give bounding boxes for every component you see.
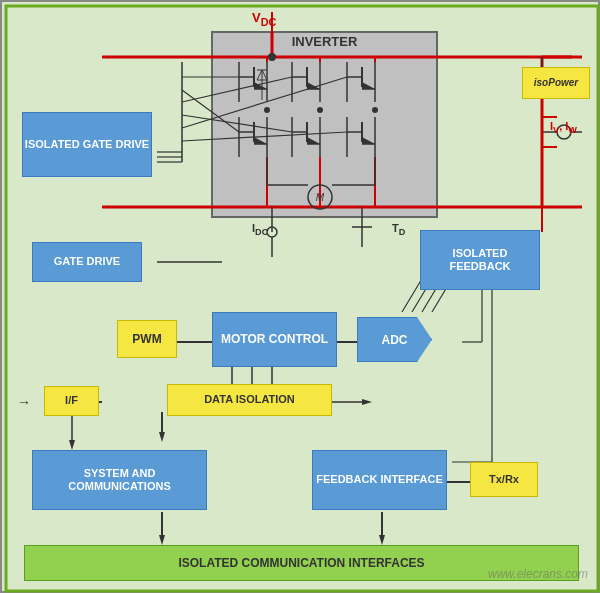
motor-control-block: MOTOR CONTROL	[212, 312, 337, 367]
idc-label: IDC	[252, 222, 268, 237]
svg-marker-111	[379, 535, 385, 545]
svg-marker-105	[69, 440, 75, 450]
svg-point-51	[264, 107, 270, 113]
adc-block: ADC	[357, 317, 432, 362]
diagram-container: M	[0, 0, 600, 593]
svg-marker-36	[362, 82, 375, 89]
inverter-label: INVERTER	[212, 34, 437, 49]
iv-iw-label: IV, IW	[550, 120, 577, 135]
gate-drive-block: GATE DRIVE	[32, 242, 142, 282]
svg-rect-1	[212, 32, 437, 217]
svg-marker-24	[307, 82, 320, 89]
isolated-feedback-block: ISOLATED FEEDBACK	[420, 230, 540, 290]
isolated-gate-drive-block: ISOLATED GATE DRIVE	[22, 112, 152, 177]
svg-point-52	[317, 107, 323, 113]
svg-marker-109	[159, 535, 165, 545]
pwm-block: PWM	[117, 320, 177, 358]
svg-line-63	[182, 77, 292, 102]
svg-text:M: M	[316, 192, 325, 203]
if-block: I/F	[44, 386, 99, 416]
svg-marker-30	[307, 137, 320, 144]
td-label: TD	[392, 222, 405, 237]
svg-line-65	[182, 77, 347, 128]
system-comms-block: SYSTEM AND COMMUNICATIONS	[32, 450, 207, 510]
isopower-block: isoPower	[522, 67, 590, 99]
svg-line-66	[182, 132, 347, 141]
svg-marker-9	[254, 82, 267, 89]
svg-point-54	[308, 185, 332, 209]
data-isolation-block: DATA ISOLATION	[167, 384, 332, 416]
svg-point-5	[268, 53, 276, 61]
svg-line-64	[182, 115, 292, 132]
left-arrow: →	[17, 394, 31, 410]
svg-point-53	[372, 107, 378, 113]
svg-line-62	[182, 90, 239, 132]
txrx-block: Tx/Rx	[470, 462, 538, 497]
svg-point-74	[267, 227, 277, 237]
svg-marker-42	[362, 137, 375, 144]
watermark: www.elecrans.com	[488, 567, 588, 581]
svg-marker-100	[159, 432, 165, 442]
vdc-label: VDC	[252, 10, 276, 28]
feedback-interface-block: FEEDBACK INTERFACE	[312, 450, 447, 510]
svg-marker-13	[257, 70, 267, 80]
svg-marker-117	[362, 399, 372, 405]
svg-marker-18	[254, 137, 267, 144]
